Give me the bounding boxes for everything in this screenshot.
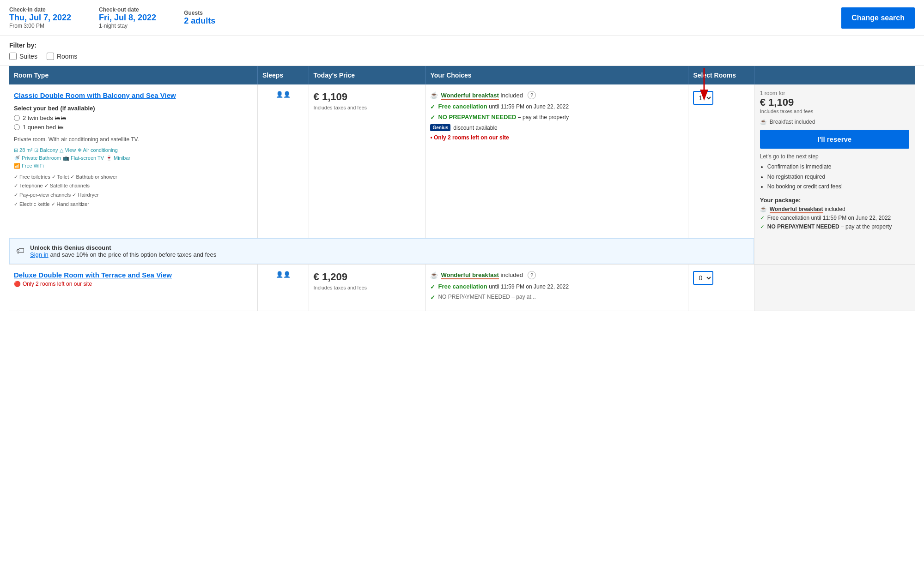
genius-discount-text: discount available	[453, 125, 497, 131]
package-cancel-text: Free cancellation until 11:59 PM on June…	[767, 215, 891, 221]
package-check-icon-2: ✓	[760, 223, 765, 230]
th-todays-price: Today's Price	[309, 66, 426, 84]
guests-section: Guests 2 adults	[184, 10, 215, 26]
deluxe-price: € 1,209	[314, 271, 421, 283]
classic-sleeps-icon: 👤👤	[276, 91, 291, 98]
header-bar: Check-in date Thu, Jul 7, 2022 From 3:00…	[0, 0, 924, 36]
table-row: Classic Double Room with Balcony and Sea…	[9, 84, 915, 238]
filter-rooms-checkbox[interactable]	[47, 53, 54, 60]
deluxe-table-row: Deluxe Double Room with Terrace and Sea …	[9, 264, 915, 311]
coffee-icon: ☕	[760, 119, 767, 125]
free-cancel-choice: ✓ Free cancellation until 11:59 PM on Ju…	[430, 103, 683, 110]
next-step-item-2: No registration required	[767, 172, 909, 182]
twin-beds-option[interactable]: 2 twin beds 🛏🛏	[14, 114, 253, 121]
genius-banner-content: Unlock this Genius discount Sign in and …	[30, 244, 216, 258]
next-step-list: Confirmation is immediate No registratio…	[760, 162, 909, 192]
classic-sleeps-cell: 👤👤	[257, 84, 309, 238]
package-breakfast-suffix: included	[825, 206, 845, 212]
amenity-ac: ❄ Air conditioning	[78, 147, 118, 153]
no-prepay-text: NO PREPAYMENT NEEDED – pay at the proper…	[438, 114, 569, 120]
genius-banner-desc: and save 10% on the price of this option…	[50, 251, 216, 258]
checkout-section: Check-out date Fri, Jul 8, 2022 1-night …	[99, 6, 156, 29]
only-left-badge: 🔴 Only 2 rooms left on our site	[14, 281, 253, 287]
deluxe-no-prepay: ✓ NO PREPAYMENT NEEDED – pay at...	[430, 294, 683, 301]
deluxe-right-cell	[754, 264, 915, 311]
twin-beds-label: 2 twin beds 🛏🛏	[23, 114, 67, 121]
filter-suites-label: Suites	[19, 53, 37, 60]
table-header-row: Room Type Sleeps Today's Price Your Choi…	[9, 66, 915, 84]
deluxe-cancel-check-icon: ✓	[430, 283, 435, 290]
reserve-price: € 1,109	[760, 96, 909, 108]
th-room-type: Room Type	[9, 66, 257, 84]
package-check-icon-1: ✓	[760, 215, 765, 221]
twin-beds-radio[interactable]	[14, 115, 20, 121]
classic-room-desc: Private room. With air conditioning and …	[14, 135, 253, 144]
deluxe-breakfast-suffix: included	[501, 271, 523, 278]
no-prepay-choice: ✓ NO PREPAYMENT NEEDED – pay at the prop…	[430, 114, 683, 121]
filter-suites[interactable]: Suites	[9, 53, 37, 60]
next-step-item-3: No booking or credit card fees!	[767, 182, 909, 192]
checkin-value: Thu, Jul 7, 2022	[9, 13, 71, 23]
select-wrapper: 0 1 2 3	[693, 91, 713, 105]
free-cancel-check-icon: ✓	[430, 103, 435, 110]
deluxe-room-name[interactable]: Deluxe Double Room with Terrace and Sea …	[14, 271, 253, 279]
classic-choices-wrapper: ☕ Wonderful breakfast included ? ✓ Free …	[430, 91, 683, 141]
rooms-left-classic: Only 2 rooms left on our site	[430, 134, 683, 141]
amenity-balcony: ⊡ Balcony	[34, 147, 58, 153]
breakfast-choice: ☕ Wonderful breakfast included ?	[430, 91, 683, 99]
deluxe-cancel-label: Free cancellation	[438, 283, 487, 290]
guests-label: Guests	[184, 10, 215, 16]
queen-bed-radio[interactable]	[14, 124, 20, 130]
classic-room-name[interactable]: Classic Double Room with Balcony and Sea…	[14, 91, 253, 100]
amenity-minibar: 🍷 Minibar	[106, 155, 130, 161]
wifi-item: 📶 Free WiFi	[14, 163, 253, 169]
deluxe-prepay-check-icon: ✓	[430, 294, 435, 301]
guests-value: 2 adults	[184, 16, 215, 26]
reserve-button[interactable]: I'll reserve	[760, 130, 909, 149]
classic-price-note: Includes taxes and fees	[314, 105, 421, 110]
classic-select-dropdown[interactable]: 0 1 2 3	[693, 91, 713, 105]
deluxe-select-cell: 0 1 2 3	[688, 264, 754, 311]
deluxe-breakfast-choice: ☕ Wonderful breakfast included ?	[430, 271, 683, 279]
queen-bed-option[interactable]: 1 queen bed 🛏	[14, 124, 253, 131]
genius-banner-title: Unlock this Genius discount	[30, 244, 111, 251]
features-list: ✓ Free toiletries ✓ Toilet ✓ Bathtub or …	[14, 173, 253, 209]
deluxe-room-cell: Deluxe Double Room with Terrace and Sea …	[9, 264, 257, 311]
genius-banner-signin-link[interactable]: Sign in	[30, 251, 49, 258]
package-prepay-item: ✓ NO PREPAYMENT NEEDED – pay at the prop…	[760, 223, 909, 230]
no-prepay-detail: – pay at the property	[518, 114, 569, 120]
genius-banner-cell: 🏷 Unlock this Genius discount Sign in an…	[9, 238, 754, 264]
next-step-item-1: Confirmation is immediate	[767, 162, 909, 172]
deluxe-free-cancel: ✓ Free cancellation until 11:59 PM on Ju…	[430, 283, 683, 290]
genius-banner-empty-cell	[754, 238, 915, 264]
checkin-sub: From 3:00 PM	[9, 23, 71, 29]
package-prepay-text: NO PREPAYMENT NEEDED – pay at the proper…	[767, 223, 892, 230]
filter-suites-checkbox[interactable]	[9, 53, 17, 60]
amenities-row-1: ⊞ 28 m² ⊡ Balcony △ View ❄ Air condition…	[14, 147, 253, 153]
package-breakfast-item: ☕ Wonderful breakfast included	[760, 206, 909, 212]
change-search-button[interactable]: Change search	[841, 7, 915, 29]
only-left-text: Only 2 rooms left on our site	[23, 281, 92, 287]
package-breakfast-text: Wonderful breakfast included	[770, 206, 845, 212]
deluxe-select-dropdown[interactable]: 0 1 2 3	[693, 271, 713, 285]
reserve-panel-cell: 1 room for € 1,109 Includes taxes and fe…	[754, 84, 915, 238]
amenities-row-2: 🚿 Private Bathroom 📺 Flat-screen TV 🍷 Mi…	[14, 155, 253, 161]
main-content: Room Type Sleeps Today's Price Your Choi…	[0, 66, 924, 311]
classic-room-cell: Classic Double Room with Balcony and Sea…	[9, 84, 257, 238]
deluxe-price-note: Includes taxes and fees	[314, 285, 421, 290]
filter-rooms[interactable]: Rooms	[47, 53, 77, 60]
package-coffee-icon: ☕	[760, 206, 767, 212]
th-your-choices: Your Choices	[426, 66, 688, 84]
amenity-size: ⊞ 28 m²	[14, 147, 32, 153]
package-breakfast-underline: Wonderful breakfast	[770, 206, 823, 213]
bed-select-label: Select your bed (if available)	[14, 105, 253, 112]
info-icon[interactable]: ?	[528, 91, 536, 99]
genius-badge: Genius discount available	[430, 124, 683, 131]
amenity-bathroom: 🚿 Private Bathroom	[14, 155, 61, 161]
no-prepay-check-icon: ✓	[430, 114, 435, 121]
genius-banner-row: 🏷 Unlock this Genius discount Sign in an…	[9, 238, 915, 264]
breakfast-icon: ☕	[430, 91, 438, 99]
deluxe-info-icon[interactable]: ?	[528, 271, 536, 279]
filter-area: Filter by: Suites Rooms	[0, 36, 924, 66]
filter-label: Filter by:	[9, 42, 915, 49]
